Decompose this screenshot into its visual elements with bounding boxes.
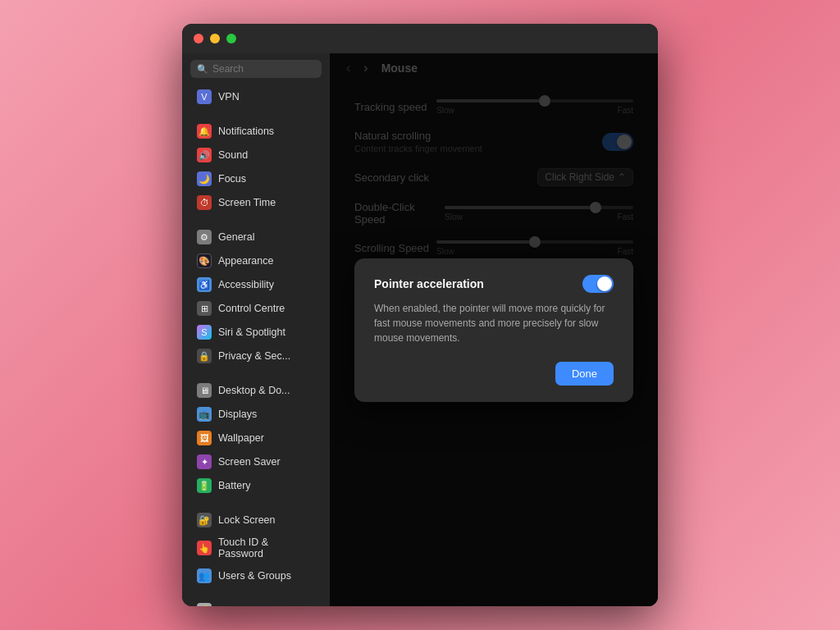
sidebar-item-label: VPN [218,91,240,103]
sidebar-item-general[interactable]: ⚙ General [187,226,325,249]
sidebar-item-sound[interactable]: 🔊 Sound [187,144,325,167]
close-button[interactable] [194,34,203,43]
sidebar-item-siri-spotlight[interactable]: S Siri & Spotlight [187,321,325,344]
sidebar-item-displays[interactable]: 📺 Displays [187,403,325,426]
lockscreen-icon: 🔐 [197,513,212,527]
search-icon: 🔍 [197,64,208,75]
modal-body: When enabled, the pointer will move more… [374,301,614,345]
sidebar-item-privacy-security[interactable]: 🔒 Privacy & Sec... [187,345,325,368]
modal-header: Pointer acceleration [374,275,614,293]
sidebar-item-desktop[interactable]: 🖥 Desktop & Do... [187,379,325,402]
sidebar-section-lockscreen: 🔐 Lock Screen 👆 Touch ID & Password 👥 Us… [182,508,330,588]
sidebar-item-screen-time[interactable]: ⏱ Screen Time [187,191,325,214]
sidebar-item-users-groups[interactable]: 👥 Users & Groups [187,564,325,587]
sidebar-item-label: Accessibility [218,279,274,290]
sidebar-item-label: Wallpaper [218,432,264,444]
sidebar-item-label: Siri & Spotlight [218,326,285,338]
users-icon: 👥 [197,568,212,583]
maximize-button[interactable] [226,34,236,43]
sidebar-section-notifications: 🔔 Notifications 🔊 Sound 🌙 Focus ⏱ Screen… [182,119,330,215]
passwords-icon: 🔑 [197,603,212,606]
sidebar-item-touch-id[interactable]: 👆 Touch ID & Password [187,532,325,564]
pointer-acceleration-modal: Pointer acceleration When enabled, the p… [354,258,633,402]
pointer-acceleration-toggle[interactable] [582,275,614,293]
sidebar-item-label: Lock Screen [218,514,275,526]
touchid-icon: 👆 [197,541,212,555]
sidebar-item-label: General [218,231,254,243]
modal-overlay: Pointer acceleration When enabled, the p… [330,53,658,606]
sidebar-item-label: Users & Groups [218,570,291,582]
done-button[interactable]: Done [555,362,614,386]
siri-icon: S [197,325,212,340]
general-icon: ⚙ [197,230,212,244]
minimize-button[interactable] [210,34,220,43]
sidebar-item-label: Sound [218,149,248,161]
screensaver-icon: ✦ [197,454,212,469]
sidebar-item-label: Desktop & Do... [218,385,290,396]
privacy-icon: 🔒 [197,349,212,363]
sidebar-section-general: ⚙ General 🎨 Appearance ♿ Accessibility ⊞… [182,225,330,368]
accessibility-icon: ♿ [197,277,212,292]
sidebar-item-label: Appearance [218,255,273,267]
window-body: 🔍 V VPN 🔔 Notifications 🔊 Sound [182,53,658,606]
controlcentre-icon: ⊞ [197,301,212,316]
displays-icon: 📺 [197,407,212,422]
sidebar-item-vpn[interactable]: V VPN [187,85,325,108]
sidebar-item-label: Screen Time [218,197,276,208]
main-content: ‹ › Mouse Tracking speed Slow [330,53,658,606]
sidebar-item-screen-saver[interactable]: ✦ Screen Saver [187,450,325,473]
toggle-knob [597,276,612,291]
screentime-icon: ⏱ [197,195,212,210]
search-input[interactable] [212,63,315,75]
sidebar-item-appearance[interactable]: 🎨 Appearance [187,249,325,272]
sidebar-item-notifications[interactable]: 🔔 Notifications [187,120,325,143]
sidebar-item-label: Focus [218,173,246,185]
sidebar-item-label: Screen Saver [218,456,281,468]
sidebar-item-wallpaper[interactable]: 🖼 Wallpaper [187,427,325,450]
sidebar-item-label: Battery [218,480,251,491]
sidebar: 🔍 V VPN 🔔 Notifications 🔊 Sound [182,53,330,606]
sidebar-section-vpn: V VPN [182,84,330,109]
sidebar-section-passwords: 🔑 Passwords @ Internet Accounts 🎮 Game C… [182,598,330,606]
focus-icon: 🌙 [197,171,212,186]
sidebar-item-label: Touch ID & Password [218,536,315,559]
main-window: 🔍 V VPN 🔔 Notifications 🔊 Sound [182,24,658,606]
battery-icon: 🔋 [197,478,212,493]
sound-icon: 🔊 [197,148,212,162]
sidebar-item-control-centre[interactable]: ⊞ Control Centre [187,297,325,320]
sidebar-section-desktop: 🖥 Desktop & Do... 📺 Displays 🖼 Wallpaper… [182,378,330,498]
notifications-icon: 🔔 [197,124,212,139]
sidebar-item-label: Passwords [218,605,268,606]
sidebar-item-label: Privacy & Sec... [218,350,290,362]
sidebar-item-label: Control Centre [218,303,285,314]
desktop-icon: 🖥 [197,383,212,398]
appearance-icon: 🎨 [197,253,212,268]
search-box[interactable]: 🔍 [190,60,322,78]
sidebar-item-focus[interactable]: 🌙 Focus [187,167,325,190]
sidebar-item-battery[interactable]: 🔋 Battery [187,474,325,497]
sidebar-item-lock-screen[interactable]: 🔐 Lock Screen [187,509,325,532]
sidebar-item-label: Notifications [218,126,274,137]
sidebar-item-accessibility[interactable]: ♿ Accessibility [187,273,325,296]
sidebar-item-label: Displays [218,409,257,420]
modal-footer: Done [374,362,614,386]
titlebar [182,24,658,53]
modal-title: Pointer acceleration [374,277,484,290]
vpn-icon: V [197,89,212,104]
wallpaper-icon: 🖼 [197,431,212,445]
sidebar-item-passwords[interactable]: 🔑 Passwords [187,599,325,606]
